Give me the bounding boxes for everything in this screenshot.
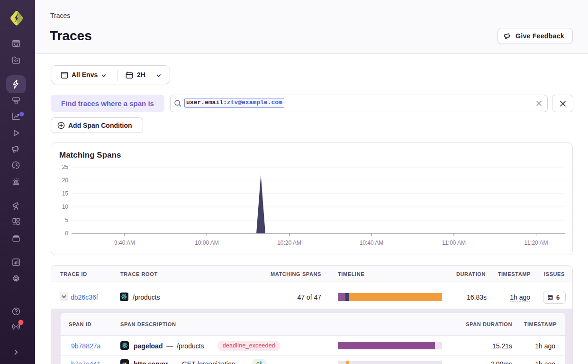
svg-text:10: 10 [62,204,69,210]
svg-text:0: 0 [65,230,68,237]
svg-text:10:40 AM: 10:40 AM [360,240,384,246]
svg-text:25: 25 [62,164,69,170]
svg-text:9:40 AM: 9:40 AM [114,240,135,246]
svg-text:5: 5 [65,217,68,223]
svg-text:11:20 AM: 11:20 AM [525,240,548,246]
svg-text:15: 15 [62,190,69,197]
svg-text:20: 20 [62,177,69,184]
svg-text:10:20 AM: 10:20 AM [277,240,301,246]
svg-text:11:00 AM: 11:00 AM [442,240,466,246]
svg-text:10:00 AM: 10:00 AM [195,240,219,246]
